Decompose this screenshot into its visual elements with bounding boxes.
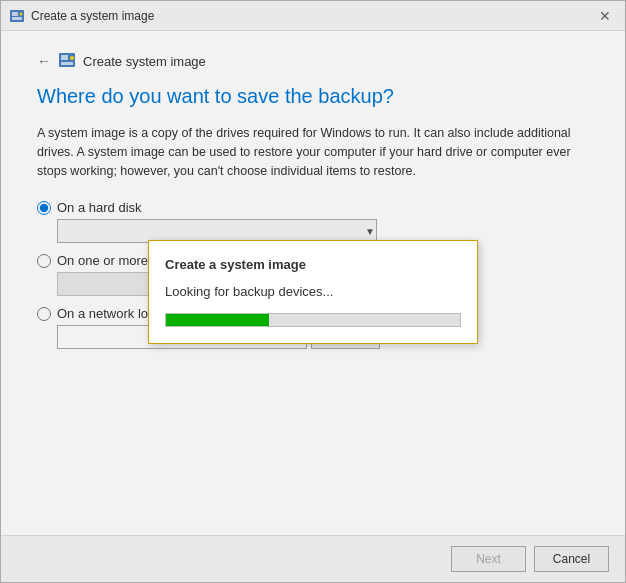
modal-title: Create a system image (165, 257, 461, 272)
modal-dialog: Create a system image Looking for backup… (148, 240, 478, 344)
main-window: Create a system image ✕ ← Create system … (0, 0, 626, 583)
progress-bar-fill (166, 314, 269, 326)
modal-overlay: Create a system image Looking for backup… (1, 1, 625, 582)
progress-bar-container (165, 313, 461, 327)
modal-message: Looking for backup devices... (165, 284, 461, 299)
